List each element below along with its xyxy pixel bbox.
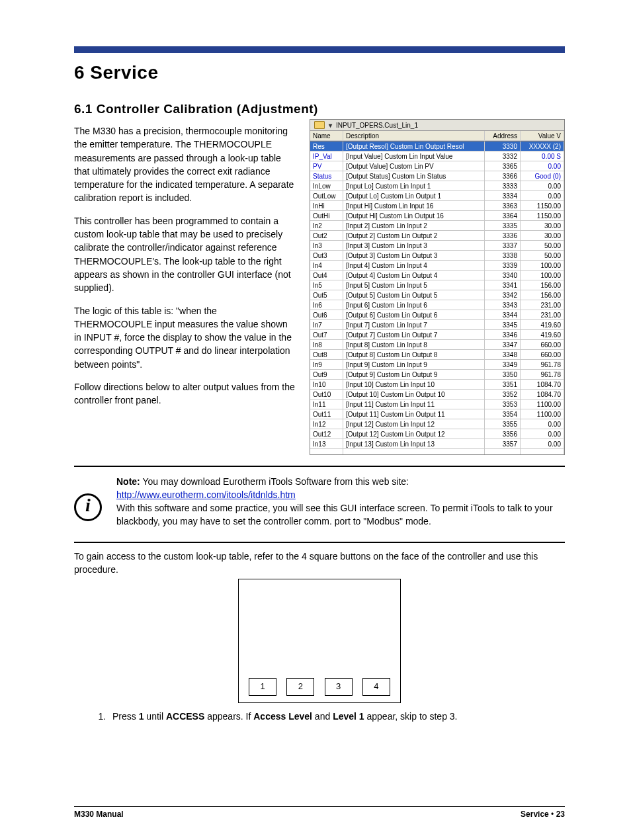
- table-row[interactable]: In6[Input 6] Custom Lin Input 63343231.0…: [310, 300, 564, 310]
- table-row[interactable]: Out7[Output 7] Custom Lin Output 7334641…: [310, 330, 564, 340]
- table-row[interactable]: Out10[Output 10] Custom Lin Output 10335…: [310, 390, 564, 399]
- table-row[interactable]: Out6[Output 6] Custom Lin Output 6334423…: [310, 310, 564, 320]
- cell-value: 961.78: [521, 360, 564, 370]
- cell-value: 419.60: [521, 330, 564, 340]
- cell-value: 231.00: [521, 310, 564, 320]
- table-row[interactable]: In4[Input 4] Custom Lin Input 43339100.0…: [310, 261, 564, 271]
- cell-address: 3337: [485, 241, 521, 251]
- cell-description: [Input 6] Custom Lin Input 6: [343, 300, 485, 310]
- table-row[interactable]: OutLow[Output Lo] Custom Lin Output 1333…: [310, 191, 564, 201]
- info-icon: i: [74, 493, 102, 521]
- table-row[interactable]: Res[Output Resol] Custom Lin Output Reso…: [310, 142, 564, 151]
- cell-name: OutLow: [310, 191, 343, 201]
- cell-name: InLow: [310, 181, 343, 191]
- table-row[interactable]: In2[Input 2] Custom Lin Input 2333530.00: [310, 221, 564, 231]
- cell-name: In4: [310, 261, 343, 271]
- cell-name: In9: [310, 360, 343, 370]
- cell-value: 1100.00: [521, 409, 564, 419]
- cell-address: 3350: [485, 370, 521, 380]
- table-row[interactable]: Out8[Output 8] Custom Lin Output 8334866…: [310, 350, 564, 360]
- table-row[interactable]: OutHi[Output Hi] Custom Lin Output 16336…: [310, 211, 564, 221]
- cell-name: Out6: [310, 310, 343, 320]
- cell-value: 961.78: [521, 370, 564, 380]
- table-row[interactable]: In13[Input 13] Custom Lin Input 1333570.…: [310, 439, 564, 449]
- cell-address: 3340: [485, 271, 521, 280]
- table-row[interactable]: Out9[Output 9] Custom Lin Output 9335096…: [310, 370, 564, 380]
- table-row[interactable]: Out5[Output 5] Custom Lin Output 5334215…: [310, 290, 564, 300]
- table-row[interactable]: InHi[Input Hi] Custom Lin Input 16336311…: [310, 201, 564, 211]
- cell-description: [Output 9] Custom Lin Output 9: [343, 370, 485, 380]
- table-row[interactable]: Out3[Output 3] Custom Lin Output 3333850…: [310, 251, 564, 261]
- cell-description: [Output Hi] Custom Lin Output 16: [343, 211, 485, 221]
- gui-screenshot: ▾ INPUT_OPERS.Cust_Lin_1 Name Descriptio…: [310, 119, 565, 455]
- cell-value: 0.00: [521, 181, 564, 191]
- table-row[interactable]: In5[Input 5] Custom Lin Input 53341156.0…: [310, 280, 564, 290]
- dropdown-arrow-icon: ▾: [329, 122, 332, 129]
- cell-address: 3355: [485, 419, 521, 429]
- table-row[interactable]: Out2[Output 2] Custom Lin Output 2333630…: [310, 231, 564, 241]
- cell-value: 50.00: [521, 241, 564, 251]
- footer-section: Service: [521, 810, 549, 819]
- cell-value: 0.00 S: [521, 151, 564, 161]
- table-row[interactable]: In7[Input 7] Custom Lin Input 73345419.6…: [310, 320, 564, 330]
- table-row[interactable]: Out12[Output 12] Custom Lin Output 12335…: [310, 429, 564, 439]
- cell-name: Out11: [310, 409, 343, 419]
- cell-address: 3336: [485, 231, 521, 241]
- cell-name: In2: [310, 221, 343, 231]
- table-row[interactable]: In11[Input 11] Custom Lin Input 11335311…: [310, 399, 564, 409]
- cell-name: In5: [310, 280, 343, 290]
- step-bold: ACCESS: [166, 711, 204, 722]
- table-row[interactable]: InLow[Input Lo] Custom Lin Input 133330.…: [310, 181, 564, 191]
- cell-description: [Output 2] Custom Lin Output 2: [343, 231, 485, 241]
- note-link[interactable]: http://www.eurotherm.com/itools/itdnlds.…: [116, 489, 296, 500]
- two-column-layout: The M330 has a precision, thermocouple m…: [74, 119, 565, 455]
- cell-value: 0.00: [521, 161, 564, 171]
- cell-description: [Input 3] Custom Lin Input 3: [343, 241, 485, 251]
- footer-right: Service • 23: [521, 810, 565, 819]
- cell-value: 156.00: [521, 290, 564, 300]
- cell-name: In6: [310, 300, 343, 310]
- cell-value: 30.00: [521, 221, 564, 231]
- controller-diagram: 1 2 3 4: [238, 579, 401, 703]
- cell-description: [Output 7] Custom Lin Output 7: [343, 330, 485, 340]
- cell-value: 50.00: [521, 251, 564, 261]
- cell-value: 0.00: [521, 191, 564, 201]
- cell-address: 3363: [485, 201, 521, 211]
- table-row[interactable]: IP_Val[Input Value] Custom Lin Input Val…: [310, 151, 564, 161]
- table-row[interactable]: Out4[Output 4] Custom Lin Output 4334010…: [310, 271, 564, 280]
- procedure-intro: To gain access to the custom look-up tab…: [74, 550, 565, 577]
- cell-description: [Output Value] Custom Lin PV: [343, 161, 485, 171]
- footer-page-number: 23: [556, 810, 565, 819]
- cell-address: 3366: [485, 171, 521, 181]
- table-row[interactable]: Status[Output Status] Custom Lin Status3…: [310, 171, 564, 181]
- cell-name: Out2: [310, 231, 343, 241]
- cell-name: Out9: [310, 370, 343, 380]
- table-row[interactable]: Out11[Output 11] Custom Lin Output 11335…: [310, 409, 564, 419]
- cell-description: [Input 8] Custom Lin Input 8: [343, 340, 485, 350]
- cell-name: Out4: [310, 271, 343, 280]
- paragraph: The logic of this table is: "when the TH…: [74, 304, 295, 371]
- table-row[interactable]: PV[Output Value] Custom Lin PV33650.00: [310, 161, 564, 171]
- cell-description: [Input Hi] Custom Lin Input 16: [343, 201, 485, 211]
- cell-name: In10: [310, 380, 343, 390]
- cell-description: [Output 6] Custom Lin Output 6: [343, 310, 485, 320]
- cell-value: 1084.70: [521, 390, 564, 399]
- cell-name: In12: [310, 419, 343, 429]
- table-row[interactable]: In3[Input 3] Custom Lin Input 3333750.00: [310, 241, 564, 251]
- cell-description: [Input 12] Custom Lin Input 12: [343, 419, 485, 429]
- step-text: Press: [112, 711, 139, 722]
- cell-value: 0.00: [521, 419, 564, 429]
- cell-value: 660.00: [521, 340, 564, 350]
- cell-value: 419.60: [521, 320, 564, 330]
- grid-body: Res[Output Resol] Custom Lin Output Reso…: [310, 141, 564, 454]
- cell-description: [Input 4] Custom Lin Input 4: [343, 261, 485, 271]
- cell-description: [Output 5] Custom Lin Output 5: [343, 290, 485, 300]
- paragraph: Follow directions below to alter output …: [74, 380, 295, 407]
- cell-description: [Input 10] Custom Lin Input 10: [343, 380, 485, 390]
- table-row[interactable]: In8[Input 8] Custom Lin Input 83347660.0…: [310, 340, 564, 350]
- table-row[interactable]: In9[Input 9] Custom Lin Input 93349961.7…: [310, 360, 564, 370]
- cell-description: [Input Lo] Custom Lin Input 1: [343, 181, 485, 191]
- table-row[interactable]: In10[Input 10] Custom Lin Input 10335110…: [310, 380, 564, 390]
- table-row[interactable]: In12[Input 12] Custom Lin Input 1233550.…: [310, 419, 564, 429]
- col-header-value-text: Value: [538, 132, 555, 140]
